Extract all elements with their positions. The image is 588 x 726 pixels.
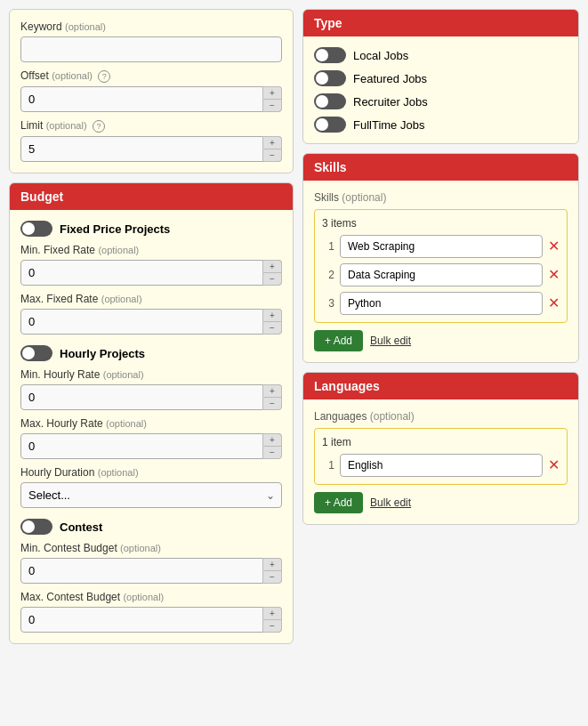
min-contest-budget-decrement[interactable]: − <box>262 570 282 584</box>
offset-spin: + − <box>262 86 282 112</box>
skill-item-1-num: 1 <box>322 240 334 253</box>
max-fixed-rate-label: Max. Fixed Rate (optional) <box>20 293 282 305</box>
limit-input[interactable] <box>20 136 282 162</box>
limit-increment[interactable]: + <box>262 136 282 149</box>
offset-input[interactable] <box>20 86 282 112</box>
contest-row: Contest <box>20 519 282 535</box>
fixed-price-row: Fixed Price Projects <box>20 221 282 237</box>
budget-panel: Budget Fixed Price Projects Min. Fixed R… <box>9 182 294 644</box>
limit-spin: + − <box>262 136 282 162</box>
min-fixed-rate-decrement[interactable]: − <box>262 272 282 286</box>
min-fixed-rate-label: Min. Fixed Rate (optional) <box>20 244 282 256</box>
max-hourly-rate-label: Max. Hourly Rate (optional) <box>20 417 282 430</box>
max-hourly-rate-increment[interactable]: + <box>262 433 282 446</box>
max-hourly-rate-spin: + − <box>262 433 282 459</box>
offset-label: Offset (optional) ? <box>20 69 282 83</box>
languages-action-row: + Add Bulk edit <box>314 492 568 513</box>
type-panel: Type Local Jobs Featured Jobs <box>302 9 579 144</box>
keyword-label: Keyword (optional) <box>20 20 282 33</box>
keyword-input[interactable] <box>20 36 282 62</box>
hourly-label: Hourly Projects <box>60 347 145 360</box>
max-contest-budget-label: Max. Contest Budget (optional) <box>20 591 282 603</box>
limit-help-icon: ? <box>93 120 105 133</box>
language-item-1-num: 1 <box>322 459 334 472</box>
min-contest-budget-label: Min. Contest Budget (optional) <box>20 542 282 554</box>
local-jobs-toggle[interactable] <box>314 47 346 63</box>
skills-bulk-edit-button[interactable]: Bulk edit <box>370 335 411 347</box>
max-contest-budget-decrement[interactable]: − <box>262 619 282 633</box>
hourly-row: Hourly Projects <box>20 345 282 361</box>
offset-help-icon: ? <box>98 70 110 83</box>
max-fixed-rate-spin: + − <box>262 309 282 335</box>
skill-item-3-num: 3 <box>322 297 334 310</box>
skill-item-2-remove[interactable]: ✕ <box>548 268 560 282</box>
skills-panel: Skills Skills (optional) 3 items 1 ✕ 2 <box>302 153 579 363</box>
skill-item-3-input[interactable] <box>340 292 543 315</box>
skills-action-row: + Add Bulk edit <box>314 330 568 351</box>
max-fixed-rate-decrement[interactable]: − <box>262 321 282 335</box>
languages-add-button[interactable]: + Add <box>314 492 363 513</box>
hourly-toggle[interactable] <box>20 345 52 361</box>
type-title: Type <box>303 10 578 36</box>
skills-add-button[interactable]: + Add <box>314 330 363 351</box>
contest-label: Contest <box>60 520 102 534</box>
skill-item-2-input[interactable] <box>340 263 543 286</box>
min-hourly-rate-decrement[interactable]: − <box>262 397 282 410</box>
hourly-duration-select[interactable]: Select... Less than 1 month 1 to 3 month… <box>20 482 282 508</box>
fixed-price-toggle[interactable] <box>20 221 52 237</box>
languages-panel: Languages Languages (optional) 1 item 1 … <box>302 372 579 525</box>
recruiter-jobs-toggle[interactable] <box>314 93 346 109</box>
contest-toggle[interactable] <box>20 519 52 535</box>
languages-items-count: 1 item <box>322 436 560 448</box>
min-hourly-rate-spin: + − <box>262 384 282 410</box>
max-contest-budget-increment[interactable]: + <box>262 607 282 619</box>
skill-item-3-remove[interactable]: ✕ <box>548 296 560 311</box>
skill-item-1: 1 ✕ <box>322 235 560 258</box>
max-hourly-rate-input[interactable] <box>20 433 282 459</box>
min-hourly-rate-increment[interactable]: + <box>262 384 282 397</box>
min-contest-budget-increment[interactable]: + <box>262 558 282 570</box>
language-item-1-input[interactable] <box>340 454 543 477</box>
local-jobs-label: Local Jobs <box>353 49 408 62</box>
skills-items-container: 3 items 1 ✕ 2 ✕ 3 ✕ <box>314 209 568 323</box>
min-fixed-rate-input[interactable] <box>20 260 282 286</box>
offset-decrement[interactable]: − <box>262 99 282 112</box>
min-fixed-rate-increment[interactable]: + <box>262 260 282 272</box>
local-jobs-row: Local Jobs <box>314 47 568 63</box>
max-hourly-rate-decrement[interactable]: − <box>262 446 282 459</box>
languages-title: Languages <box>303 373 578 399</box>
fulltime-jobs-label: FullTime Jobs <box>353 118 424 132</box>
limit-label: Limit (optional) ? <box>20 119 282 133</box>
max-fixed-rate-input[interactable] <box>20 309 282 335</box>
recruiter-jobs-label: Recruiter Jobs <box>353 95 428 109</box>
skills-title: Skills <box>303 154 578 181</box>
min-contest-budget-input[interactable] <box>20 558 282 584</box>
languages-items-container: 1 item 1 ✕ <box>314 428 568 485</box>
skill-item-1-remove[interactable]: ✕ <box>548 239 560 254</box>
fulltime-jobs-toggle[interactable] <box>314 117 346 133</box>
min-hourly-rate-label: Min. Hourly Rate (optional) <box>20 368 282 381</box>
recruiter-jobs-row: Recruiter Jobs <box>314 93 568 109</box>
skill-item-1-input[interactable] <box>340 235 543 258</box>
max-contest-budget-input[interactable] <box>20 607 282 633</box>
fulltime-jobs-row: FullTime Jobs <box>314 117 568 133</box>
limit-decrement[interactable]: − <box>262 149 282 162</box>
offset-increment[interactable]: + <box>262 86 282 99</box>
budget-title: Budget <box>10 183 293 210</box>
language-item-1-remove[interactable]: ✕ <box>548 458 560 472</box>
min-contest-budget-spin: + − <box>262 558 282 584</box>
skills-items-count: 3 items <box>322 217 560 230</box>
min-hourly-rate-input[interactable] <box>20 384 282 410</box>
featured-jobs-row: Featured Jobs <box>314 70 568 86</box>
max-fixed-rate-increment[interactable]: + <box>262 309 282 321</box>
keyword-section: Keyword (optional) Offset (optional) ? +… <box>9 9 294 173</box>
min-fixed-rate-spin: + − <box>262 260 282 286</box>
languages-bulk-edit-button[interactable]: Bulk edit <box>370 496 411 509</box>
skill-item-2-num: 2 <box>322 269 334 281</box>
language-item-1: 1 ✕ <box>322 454 560 477</box>
featured-jobs-toggle[interactable] <box>314 70 346 86</box>
skill-item-3: 3 ✕ <box>322 292 560 315</box>
languages-optional-label: Languages (optional) <box>314 410 568 423</box>
hourly-duration-label: Hourly Duration (optional) <box>20 466 282 479</box>
skills-optional-label: Skills (optional) <box>314 191 568 204</box>
